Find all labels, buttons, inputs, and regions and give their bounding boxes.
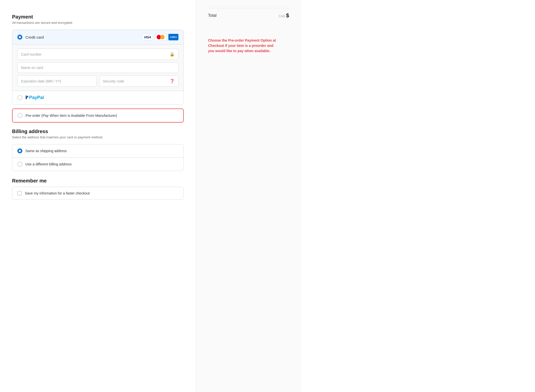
same-as-shipping-radio[interactable]: [17, 148, 22, 153]
preorder-radio[interactable]: [18, 113, 23, 118]
main-content: Payment All transactions are secure and …: [0, 0, 196, 392]
total-label: Total: [208, 13, 217, 18]
save-info-checkbox[interactable]: [17, 191, 22, 195]
billing-title: Billing address: [12, 129, 184, 134]
question-icon: ❓: [170, 79, 175, 83]
save-info-label: Save my information for a faster checkou…: [25, 191, 90, 195]
name-on-card-field[interactable]: [17, 62, 178, 73]
billing-address-section: Billing address Select the address that …: [12, 129, 184, 171]
card-number-input[interactable]: [21, 52, 168, 56]
payment-title: Payment: [12, 14, 184, 20]
mc-circle-right: [160, 35, 165, 39]
expiration-date-field[interactable]: [17, 75, 97, 87]
save-info-option[interactable]: Save my information for a faster checkou…: [12, 187, 183, 200]
preorder-option[interactable]: Pre-order (Pay When Item is Available Fr…: [13, 109, 183, 122]
security-code-input[interactable]: [103, 79, 168, 83]
amex-icon: AMEX: [168, 34, 178, 40]
visa-icon: VISA: [142, 34, 153, 40]
preorder-label: Pre-order (Pay When Item is Available Fr…: [26, 114, 117, 118]
currency-label: CAD: [279, 15, 285, 18]
card-fields: 🔒 ❓: [12, 45, 183, 91]
price-value: $: [286, 12, 289, 19]
remember-me-section: Remember me Save my information for a fa…: [12, 178, 184, 200]
card-number-field[interactable]: 🔒: [17, 49, 178, 60]
paypal-p-icon: 𝐏: [25, 95, 28, 100]
different-billing-label: Use a different billing address: [25, 162, 72, 166]
preorder-message: Choose the Pre-order Payment Option at C…: [208, 38, 278, 54]
lock-icon: 🔒: [170, 52, 175, 57]
credit-card-box: Credit card VISA AMEX �: [12, 30, 184, 105]
preorder-box: Pre-order (Pay When Item is Available Fr…: [12, 109, 184, 123]
billing-options: Same as shipping address Use a different…: [12, 144, 184, 171]
credit-card-label: Credit card: [17, 35, 142, 40]
paypal-logo: 𝐏 PayPal: [25, 95, 44, 100]
credit-card-text: Credit card: [25, 35, 44, 39]
total-value: CAD $: [279, 12, 289, 19]
sidebar: Total CAD $ Choose the Pre-order Payment…: [196, 0, 301, 392]
payment-subtitle: All transactions are secure and encrypte…: [12, 21, 184, 25]
remember-title: Remember me: [12, 178, 184, 184]
paypal-radio[interactable]: [17, 95, 22, 100]
preorder-message-container: Choose the Pre-order Payment Option at C…: [208, 33, 289, 54]
paypal-option[interactable]: 𝐏 PayPal: [12, 91, 183, 104]
different-billing-option[interactable]: Use a different billing address: [12, 158, 183, 171]
total-row: Total CAD $: [208, 8, 289, 23]
paypal-text: PayPal: [29, 95, 44, 100]
different-billing-radio[interactable]: [17, 162, 22, 167]
mastercard-icon: [155, 34, 166, 40]
billing-subtitle: Select the address that matches your car…: [12, 135, 184, 139]
name-on-card-input[interactable]: [21, 66, 175, 70]
security-code-field[interactable]: ❓: [99, 75, 178, 87]
credit-card-radio[interactable]: [17, 35, 22, 40]
expiration-date-input[interactable]: [21, 79, 93, 83]
card-icons: VISA AMEX: [142, 34, 178, 40]
same-as-shipping-label: Same as shipping address: [25, 149, 67, 153]
same-as-shipping-option[interactable]: Same as shipping address: [12, 144, 183, 158]
payment-section: Payment All transactions are secure and …: [12, 14, 184, 25]
expiry-security-row: ❓: [17, 75, 178, 87]
remember-box: Save my information for a faster checkou…: [12, 187, 184, 200]
credit-card-option[interactable]: Credit card VISA AMEX: [12, 30, 183, 45]
